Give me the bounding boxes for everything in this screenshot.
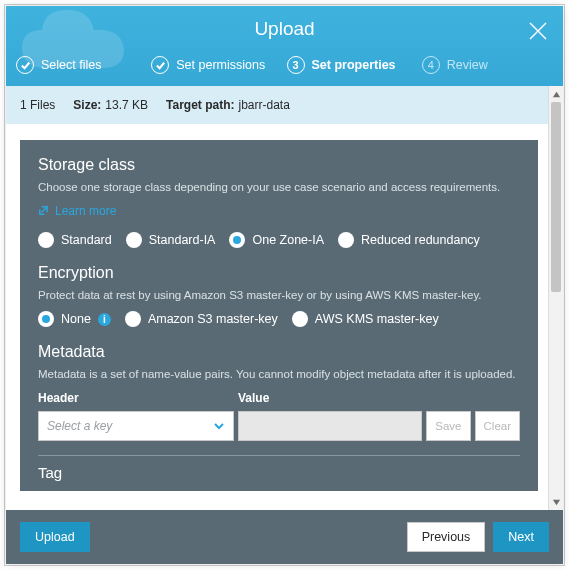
step-number: 4 (422, 56, 440, 74)
radio-standard-ia[interactable]: Standard-IA (126, 232, 216, 248)
metadata-subtext: Metadata is a set of name-value pairs. Y… (38, 367, 520, 383)
storage-class-options: Standard Standard-IA One Zone-IA Reduced… (38, 232, 520, 248)
metadata-columns: Header Value (38, 391, 520, 405)
properties-panel: Storage class Choose one storage class d… (20, 140, 538, 491)
chevron-down-icon (213, 420, 225, 432)
step-label: Select files (41, 58, 101, 72)
storage-class-heading: Storage class (38, 156, 520, 174)
wizard-steps: Select files Set permissions 3 Set prope… (6, 50, 563, 86)
step-number: 3 (287, 56, 305, 74)
body-scroll[interactable]: 1 Files Size:13.7 KB Target path:jbarr-d… (6, 86, 548, 510)
radio-icon (338, 232, 354, 248)
upload-button[interactable]: Upload (20, 522, 90, 552)
file-count: 1 Files (20, 98, 55, 112)
metadata-clear-button[interactable]: Clear (475, 411, 520, 441)
metadata-value-input[interactable] (238, 411, 422, 441)
radio-icon (38, 311, 54, 327)
step-review[interactable]: 4 Review (422, 56, 553, 74)
radio-icon (38, 232, 54, 248)
check-icon (151, 56, 169, 74)
svg-marker-3 (552, 499, 559, 504)
radio-one-zone-ia[interactable]: One Zone-IA (229, 232, 324, 248)
metadata-key-select[interactable]: Select a key (38, 411, 234, 441)
radio-icon (229, 232, 245, 248)
col-header: Header (38, 391, 238, 405)
scroll-up-arrow-icon[interactable] (549, 86, 563, 102)
step-label: Set properties (312, 58, 396, 72)
tag-heading: Tag (38, 455, 520, 481)
storage-class-subtext: Choose one storage class depending on yo… (38, 180, 520, 196)
encryption-subtext: Protect data at rest by using Amazon S3 … (38, 288, 520, 304)
step-label: Set permissions (176, 58, 265, 72)
metadata-row: Select a key Save Clear (38, 411, 520, 441)
metadata-heading: Metadata (38, 343, 520, 361)
encryption-options: Nonei Amazon S3 master-key AWS KMS maste… (38, 311, 520, 327)
step-set-permissions[interactable]: Set permissions (151, 56, 282, 74)
check-icon (16, 56, 34, 74)
learn-more-link[interactable]: Learn more (38, 204, 116, 218)
dialog-header: Upload Select files Set permissions 3 Se… (6, 6, 563, 86)
radio-kms-master-key[interactable]: AWS KMS master-key (292, 311, 439, 327)
info-icon[interactable]: i (98, 313, 111, 326)
step-label: Review (447, 58, 488, 72)
svg-marker-2 (552, 91, 559, 96)
file-summary-bar: 1 Files Size:13.7 KB Target path:jbarr-d… (6, 86, 548, 124)
radio-none[interactable]: Nonei (38, 311, 111, 327)
metadata-save-button[interactable]: Save (426, 411, 470, 441)
radio-reduced-redundancy[interactable]: Reduced redundancy (338, 232, 480, 248)
radio-icon (292, 311, 308, 327)
previous-button[interactable]: Previous (407, 522, 486, 552)
radio-s3-master-key[interactable]: Amazon S3 master-key (125, 311, 278, 327)
radio-icon (125, 311, 141, 327)
target-path: Target path:jbarr-data (166, 98, 290, 112)
next-button[interactable]: Next (493, 522, 549, 552)
radio-icon (126, 232, 142, 248)
scroll-track[interactable] (549, 102, 563, 494)
file-size: Size:13.7 KB (73, 98, 148, 112)
dialog-footer: Upload Previous Next (6, 510, 563, 564)
close-button[interactable] (527, 20, 549, 42)
vertical-scrollbar[interactable] (548, 86, 563, 510)
external-link-icon (38, 205, 49, 216)
step-set-properties[interactable]: 3 Set properties (287, 56, 418, 74)
scroll-thumb[interactable] (551, 102, 561, 292)
step-select-files[interactable]: Select files (16, 56, 147, 74)
dialog-title: Upload (254, 18, 314, 39)
radio-standard[interactable]: Standard (38, 232, 112, 248)
col-value: Value (238, 391, 269, 405)
encryption-heading: Encryption (38, 264, 520, 282)
select-placeholder: Select a key (47, 419, 112, 433)
upload-dialog: Upload Select files Set permissions 3 Se… (6, 6, 563, 564)
scroll-down-arrow-icon[interactable] (549, 494, 563, 510)
